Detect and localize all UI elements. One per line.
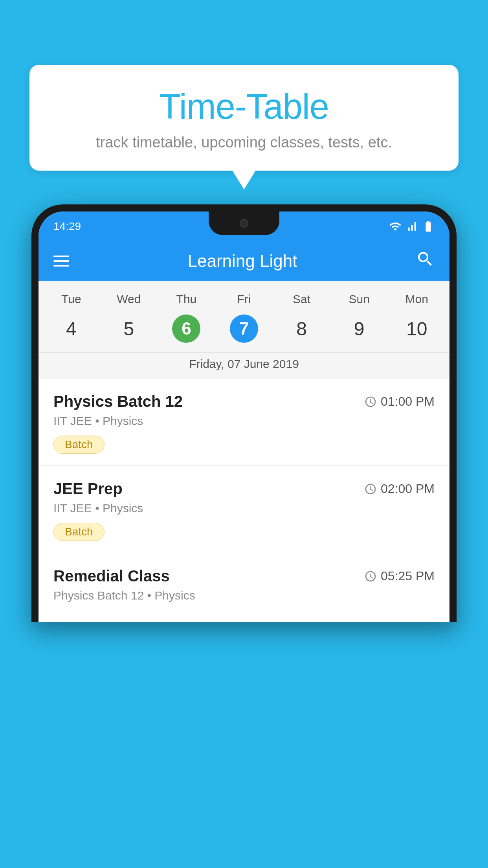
battery-icon	[422, 220, 435, 233]
calendar-day-number[interactable]: 4	[42, 310, 100, 351]
notch	[209, 211, 279, 235]
schedule-item[interactable]: Physics Batch 12 01:00 PM IIT JEE • Phys…	[39, 379, 449, 466]
calendar-day-number[interactable]: 8	[273, 310, 330, 351]
phone-outer: 14:29	[31, 204, 457, 622]
app-bar: Learning Light	[39, 241, 449, 281]
hamburger-line	[53, 256, 69, 257]
phone-screen: 14:29	[39, 211, 449, 622]
calendar-day-number[interactable]: 6	[158, 310, 215, 351]
signal-icon	[405, 220, 418, 233]
status-icons	[389, 220, 435, 233]
schedule-time: 05:25 PM	[364, 569, 435, 583]
schedule-item[interactable]: JEE Prep 02:00 PM IIT JEE • Physics Batc…	[39, 466, 449, 553]
schedule-time: 01:00 PM	[364, 394, 435, 409]
day-names-row: TueWedThuFriSatSunMon	[39, 289, 449, 310]
search-icon	[416, 250, 435, 268]
schedule-item-header: Physics Batch 12 01:00 PM	[53, 393, 435, 410]
app-title: Time-Table	[53, 86, 435, 127]
calendar-day-name: Thu	[158, 289, 215, 310]
app-bar-title: Learning Light	[83, 251, 402, 271]
calendar-day-name: Mon	[388, 289, 446, 310]
schedule-item[interactable]: Remedial Class 05:25 PM Physics Batch 12…	[39, 553, 449, 622]
schedule-time: 02:00 PM	[364, 482, 435, 496]
app-subtitle: track timetable, upcoming classes, tests…	[53, 134, 435, 151]
calendar-day-name: Sat	[273, 289, 330, 310]
search-button[interactable]	[416, 250, 435, 272]
batch-badge: Batch	[53, 436, 105, 454]
hamburger-line	[53, 265, 69, 267]
clock-icon	[364, 395, 377, 408]
clock-icon	[364, 570, 377, 583]
schedule-title: Physics Batch 12	[53, 393, 183, 410]
schedule-list: Physics Batch 12 01:00 PM IIT JEE • Phys…	[39, 379, 449, 622]
calendar-selected-circle: 7	[230, 314, 258, 343]
calendar-day-name: Tue	[42, 289, 100, 310]
calendar-day-number[interactable]: 7	[215, 310, 273, 351]
calendar-day-name: Fri	[215, 289, 273, 310]
calendar-day-number[interactable]: 9	[330, 310, 388, 351]
calendar-day-name: Wed	[100, 289, 158, 310]
hamburger-line	[53, 260, 69, 262]
status-bar: 14:29	[39, 211, 449, 241]
status-time: 14:29	[53, 220, 81, 233]
speech-bubble: Time-Table track timetable, upcoming cla…	[29, 65, 459, 171]
selected-date-label: Friday, 07 June 2019	[39, 352, 449, 379]
wifi-icon	[389, 220, 402, 233]
calendar-today-circle: 6	[172, 314, 200, 343]
schedule-item-header: JEE Prep 02:00 PM	[53, 480, 435, 498]
batch-badge: Batch	[53, 523, 105, 541]
calendar-day-name: Sun	[330, 289, 388, 310]
calendar-day-number[interactable]: 5	[100, 310, 158, 351]
schedule-title: Remedial Class	[53, 567, 170, 585]
schedule-subtitle: IIT JEE • Physics	[53, 502, 435, 515]
calendar-day-number[interactable]: 10	[388, 310, 446, 351]
clock-icon	[364, 483, 377, 495]
phone-wrapper: 14:29	[31, 204, 457, 868]
schedule-title: JEE Prep	[53, 480, 123, 498]
schedule-item-header: Remedial Class 05:25 PM	[53, 567, 435, 585]
schedule-subtitle: Physics Batch 12 • Physics	[53, 589, 435, 602]
calendar-strip: TueWedThuFriSatSunMon 45678910 Friday, 0…	[39, 281, 449, 379]
speech-bubble-container: Time-Table track timetable, upcoming cla…	[29, 65, 459, 171]
day-numbers-row: 45678910	[39, 310, 449, 351]
schedule-subtitle: IIT JEE • Physics	[53, 414, 435, 428]
hamburger-menu-button[interactable]	[53, 256, 69, 267]
camera-icon	[240, 219, 248, 228]
